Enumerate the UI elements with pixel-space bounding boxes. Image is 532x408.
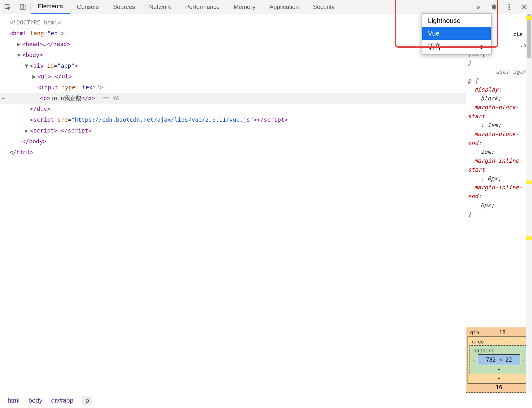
kebab-menu-icon[interactable]	[502, 0, 517, 14]
dom-p-selected[interactable]: <p>join我企鹅</p> == $0	[0, 93, 466, 104]
main-split: <!DOCTYPE html> <html lang="en"> ▶<head>…	[0, 14, 532, 393]
dom-input[interactable]: <input type="text">	[10, 82, 466, 93]
dom-ul[interactable]: ▶<ul>…</ul>	[10, 71, 466, 82]
devtools-tabbar: Elements Console Sources Network Perform…	[0, 0, 532, 14]
styles-rules[interactable]: .st yle { } user agen… p { display:block…	[466, 39, 532, 220]
svg-rect-1	[20, 4, 24, 9]
dom-doctype[interactable]: <!DOCTYPE html>	[10, 17, 466, 28]
overflow-item-lighthouse[interactable]: Lighthouse	[422, 14, 491, 27]
tab-sources[interactable]: Sources	[106, 0, 142, 14]
tab-elements[interactable]: Elements	[31, 0, 70, 14]
decl[interactable]: margin-block-start: 1em;	[468, 103, 530, 130]
dom-tree[interactable]: <!DOCTYPE html> <html lang="en"> ▶<head>…	[0, 14, 466, 158]
rule-close: }	[468, 210, 530, 219]
scrollbar[interactable]	[526, 14, 532, 393]
scrollbar-marker	[526, 180, 532, 184]
tab-network[interactable]: Network	[142, 0, 178, 14]
decl[interactable]: margin-inline-start: 0px;	[468, 156, 530, 183]
crumb-p[interactable]: p	[82, 396, 92, 405]
dom-div-open[interactable]: ▼<div id="app">	[10, 60, 466, 71]
styles-panel: » cls + .st yle { } user agen… p { displ…	[466, 14, 532, 393]
dom-html-close[interactable]: </html>	[10, 147, 466, 158]
crumb-body[interactable]: body	[29, 397, 42, 404]
decl[interactable]: margin-inline-end:0px;	[468, 183, 530, 210]
dom-script-src[interactable]: <script src="https://cdn.bootcdn.net/aja…	[10, 114, 466, 125]
elements-panel[interactable]: <!DOCTYPE html> <html lang="en"> ▶<head>…	[0, 14, 466, 393]
close-devtools-icon[interactable]	[517, 0, 532, 14]
decl[interactable]: display:block;	[468, 85, 530, 103]
crumb-html[interactable]: html	[8, 397, 20, 404]
dom-body-close[interactable]: </body>	[10, 136, 466, 147]
overflow-item-label: Lighthouse	[428, 17, 461, 24]
dom-html-open[interactable]: <html lang="en">	[10, 28, 466, 39]
tabs-overflow-icon[interactable]: »	[471, 0, 486, 14]
svg-point-5	[509, 6, 510, 8]
dom-breadcrumbs: html body div#app p	[0, 393, 532, 408]
submenu-arrow-icon: ▶	[481, 43, 485, 50]
box-model-content-size: 782 × 22	[486, 357, 512, 363]
rule-selector[interactable]: p {	[468, 76, 530, 85]
svg-point-4	[509, 3, 510, 5]
device-toolbar-icon[interactable]	[15, 3, 30, 10]
overflow-item-label: 语音	[428, 42, 441, 51]
decl[interactable]: margin-block-end:1em;	[468, 130, 530, 156]
scrollbar-marker	[526, 236, 532, 240]
ua-stylesheet-label: user agen…	[468, 67, 530, 76]
dom-head[interactable]: ▶<head>…</head>	[10, 39, 466, 50]
crumb-div-app[interactable]: div#app	[51, 397, 73, 404]
dom-body-open[interactable]: ▼<body>	[10, 50, 466, 60]
tab-console[interactable]: Console	[70, 0, 106, 14]
dom-script-inline[interactable]: ▶<script>…</script>	[10, 125, 466, 136]
overflow-item-label: Vue	[428, 30, 440, 37]
scrollbar-thumb[interactable]	[527, 14, 531, 58]
overflow-item-vue[interactable]: Vue	[422, 27, 491, 40]
box-model[interactable]: gin16 order- padding - 782 × 22 - - - 16	[466, 327, 532, 393]
tab-security[interactable]: Security	[306, 0, 342, 14]
scrollbar-marker	[526, 16, 532, 20]
inspect-element-icon[interactable]	[0, 3, 15, 10]
overflow-item-speech[interactable]: 语音 ▶	[422, 40, 491, 54]
dom-div-close[interactable]: </div>	[10, 104, 466, 114]
cls-toggle[interactable]: cls	[513, 31, 522, 37]
settings-gear-icon[interactable]	[486, 0, 502, 14]
style-frag: }	[468, 58, 530, 67]
tabbar-right: »	[471, 0, 532, 14]
tab-application[interactable]: Application	[263, 0, 306, 14]
tab-memory[interactable]: Memory	[227, 0, 263, 14]
svg-rect-2	[23, 6, 25, 9]
svg-point-6	[509, 9, 510, 10]
tab-performance[interactable]: Performance	[178, 0, 227, 14]
tabs-overflow-menu: Lighthouse Vue 语音 ▶	[421, 13, 492, 55]
